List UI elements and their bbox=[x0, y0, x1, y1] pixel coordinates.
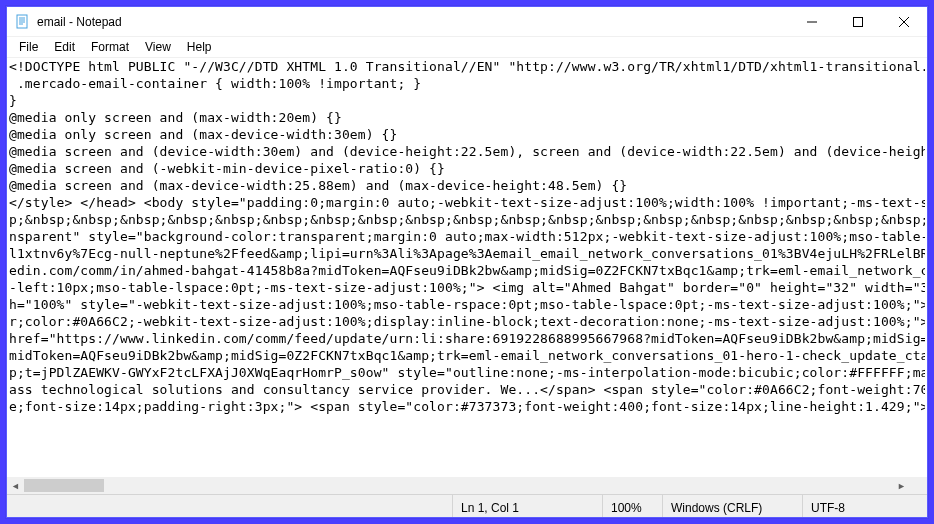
editor-line: </style> </head> <body style="padding:0;… bbox=[9, 194, 925, 211]
editor-line: } bbox=[9, 92, 925, 109]
notepad-icon bbox=[15, 14, 31, 30]
menu-view[interactable]: View bbox=[137, 39, 179, 55]
editor-line: @media screen and (max-device-width:25.8… bbox=[9, 177, 925, 194]
scroll-thumb[interactable] bbox=[24, 479, 104, 492]
scroll-corner bbox=[910, 477, 927, 494]
editor-line: h="100%" style="-webkit-text-size-adjust… bbox=[9, 296, 925, 313]
editor-line: @media screen and (-webkit-min-device-pi… bbox=[9, 160, 925, 177]
scroll-left-icon[interactable]: ◄ bbox=[7, 477, 24, 494]
minimize-button[interactable] bbox=[789, 7, 835, 36]
menu-file[interactable]: File bbox=[11, 39, 46, 55]
menu-format[interactable]: Format bbox=[83, 39, 137, 55]
editor-line: @media only screen and (max-device-width… bbox=[9, 126, 925, 143]
editor-line: <!DOCTYPE html PUBLIC "-//W3C//DTD XHTML… bbox=[9, 58, 925, 75]
status-eol: Windows (CRLF) bbox=[662, 495, 802, 517]
editor-area-wrap: <!DOCTYPE html PUBLIC "-//W3C//DTD XHTML… bbox=[7, 57, 927, 494]
editor-line: ass technological solutions and consulta… bbox=[9, 381, 925, 398]
editor-line: p;&nbsp;&nbsp;&nbsp;&nbsp;&nbsp;&nbsp;&n… bbox=[9, 211, 925, 228]
window-title: email - Notepad bbox=[37, 15, 122, 29]
scroll-right-icon[interactable]: ► bbox=[893, 477, 910, 494]
editor-line: l1xtnv6y%7Ecg-null-neptune%2Ffeed&amp;li… bbox=[9, 245, 925, 262]
editor-line: midToken=AQFseu9iDBk2bw&amp;midSig=0Z2FC… bbox=[9, 347, 925, 364]
horizontal-scrollbar[interactable]: ◄ ► bbox=[7, 477, 910, 494]
editor-line: p;t=jPDlZAEWKV-GWYxF2tcLFXAjJ0XWqEaqrHom… bbox=[9, 364, 925, 381]
svg-rect-6 bbox=[854, 17, 863, 26]
menu-edit[interactable]: Edit bbox=[46, 39, 83, 55]
text-editor[interactable]: <!DOCTYPE html PUBLIC "-//W3C//DTD XHTML… bbox=[7, 58, 927, 477]
status-zoom: 100% bbox=[602, 495, 662, 517]
editor-line: -left:10px;mso-table-lspace:0pt;-ms-text… bbox=[9, 279, 925, 296]
status-position: Ln 1, Col 1 bbox=[452, 495, 602, 517]
editor-line: e;font-size:14px;padding-right:3px;"> <s… bbox=[9, 398, 925, 415]
editor-line: .mercado-email-container { width:100% !i… bbox=[9, 75, 925, 92]
menu-help[interactable]: Help bbox=[179, 39, 220, 55]
editor-line: edin.com/comm/in/ahmed-bahgat-41458b8a?m… bbox=[9, 262, 925, 279]
editor-line: nsparent" style="background-color:transp… bbox=[9, 228, 925, 245]
titlebar: email - Notepad bbox=[7, 7, 927, 37]
status-encoding: UTF-8 bbox=[802, 495, 927, 517]
close-button[interactable] bbox=[881, 7, 927, 36]
notepad-window: email - Notepad File Edit Format View He… bbox=[6, 6, 928, 518]
status-spacer bbox=[7, 495, 452, 517]
window-controls bbox=[789, 7, 927, 36]
editor-line: @media screen and (device-width:30em) an… bbox=[9, 143, 925, 160]
menubar: File Edit Format View Help bbox=[7, 37, 927, 57]
scroll-track[interactable] bbox=[24, 477, 893, 494]
maximize-button[interactable] bbox=[835, 7, 881, 36]
editor-line: r;color:#0A66C2;-webkit-text-size-adjust… bbox=[9, 313, 925, 330]
editor-line: href="https://www.linkedin.com/comm/feed… bbox=[9, 330, 925, 347]
statusbar: Ln 1, Col 1 100% Windows (CRLF) UTF-8 bbox=[7, 494, 927, 517]
editor-line: @media only screen and (max-width:20em) … bbox=[9, 109, 925, 126]
